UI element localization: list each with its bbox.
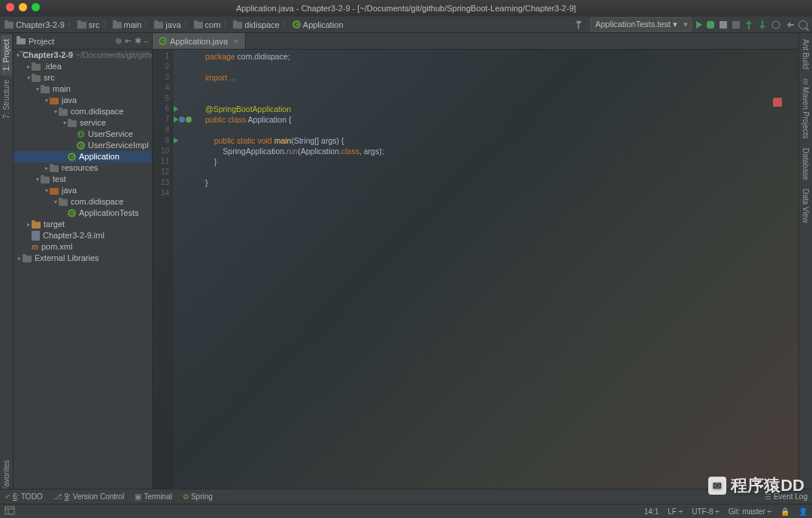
- tree-row[interactable]: mpom.xml: [14, 241, 152, 253]
- run-gutter-icon[interactable]: [174, 138, 178, 144]
- tree-row[interactable]: ▾java: [14, 95, 152, 106]
- tree-row[interactable]: IUserService: [14, 129, 152, 140]
- vcs-commit-button[interactable]: [758, 20, 767, 29]
- breadcrumb-item[interactable]: CApplication: [292, 20, 344, 29]
- project-tree[interactable]: ▾Chapter3-2-9~/Documents/git/github▸.ide…: [14, 50, 152, 504]
- tree-row[interactable]: ▸resources: [14, 162, 152, 174]
- watermark: ✉ 程序猿DD: [708, 474, 804, 497]
- svg-rect-1: [732, 21, 740, 29]
- todo-tool-tab[interactable]: ✔6: TODO: [5, 492, 43, 501]
- icon-gutter[interactable]: [174, 50, 202, 504]
- folder-icon: [32, 64, 41, 71]
- tree-row[interactable]: ▸External Libraries: [14, 253, 152, 264]
- folder-icon: [233, 22, 242, 29]
- breadcrumb[interactable]: Chapter3-2-9〉src〉main〉java〉com〉didispace…: [5, 20, 344, 29]
- breadcrumb-item[interactable]: src: [77, 20, 100, 29]
- debug-button[interactable]: [707, 21, 714, 29]
- version-control-tool-tab[interactable]: ⎇9: Version Control: [53, 492, 125, 501]
- folder-icon: [154, 22, 163, 29]
- svg-rect-4: [17, 36, 20, 38]
- code-editor[interactable]: 1234567891011121314 package com.didispac…: [153, 50, 798, 504]
- run-gutter-icon[interactable]: [174, 106, 178, 112]
- settings-icon[interactable]: ✱: [135, 36, 141, 46]
- maven-icon: m: [32, 241, 38, 253]
- tree-row[interactable]: ▸target: [14, 219, 152, 230]
- tree-row[interactable]: CUserServiceImpl: [14, 140, 152, 151]
- interface-icon: I: [77, 130, 85, 138]
- run-gutter-icon[interactable]: [174, 117, 178, 123]
- spring-tool-tab[interactable]: ✿Spring: [183, 492, 213, 501]
- java-folder-icon: [50, 188, 59, 195]
- breadcrumb-item[interactable]: java: [154, 20, 180, 29]
- tree-row[interactable]: ▾test: [14, 174, 152, 185]
- hide-icon[interactable]: −: [144, 37, 149, 46]
- tree-row[interactable]: ▾com.didispace: [14, 196, 152, 208]
- file-encoding[interactable]: UTF-8 ÷: [692, 507, 720, 516]
- tree-row[interactable]: CApplicationTests: [14, 208, 152, 219]
- error-stripe-marker[interactable]: [773, 98, 782, 107]
- tree-row[interactable]: Chapter3-2-9.iml: [14, 230, 152, 241]
- lock-icon[interactable]: 🔒: [780, 507, 789, 516]
- coverage-button[interactable]: [719, 20, 728, 29]
- folder-icon: [68, 120, 77, 127]
- file-icon: [32, 231, 40, 241]
- project-tool-window: Project ⊕ ⇤ ✱ − ▾Chapter3-2-9~/Documents…: [14, 33, 153, 504]
- folder-icon: [41, 177, 50, 183]
- line-separator[interactable]: LF ÷: [668, 507, 683, 516]
- maximize-window-button[interactable]: [32, 3, 40, 11]
- run-button[interactable]: [696, 21, 702, 29]
- stop-button[interactable]: [732, 21, 740, 29]
- folder-icon: [23, 256, 32, 262]
- tree-row[interactable]: ▾service: [14, 117, 152, 129]
- code-content[interactable]: package com.didispace; import ... @Sprin…: [202, 50, 798, 504]
- folder-icon: [59, 109, 68, 116]
- cursor-position[interactable]: 14:1: [644, 507, 659, 516]
- collapse-all-icon[interactable]: ⇤: [125, 36, 132, 46]
- close-window-button[interactable]: [6, 3, 14, 11]
- structure-tool-tab[interactable]: 7: Structure: [1, 75, 12, 123]
- minimize-window-button[interactable]: [19, 3, 27, 11]
- search-everywhere-button[interactable]: [798, 20, 807, 29]
- tree-row[interactable]: ▾com.didispace: [14, 106, 152, 117]
- project-tool-title: Project: [29, 37, 112, 46]
- editor-tab-application[interactable]: C Application.java ×: [153, 33, 246, 49]
- breadcrumb-item[interactable]: didispace: [233, 20, 279, 29]
- breadcrumb-item[interactable]: com: [194, 20, 221, 29]
- tool-windows-icon[interactable]: [5, 506, 15, 516]
- breadcrumb-item[interactable]: main: [113, 20, 142, 29]
- breadcrumb-item[interactable]: Chapter3-2-9: [5, 20, 65, 29]
- tree-row[interactable]: ▾Chapter3-2-9~/Documents/git/github: [14, 50, 152, 61]
- build-button[interactable]: [575, 20, 586, 30]
- run-config-dropdown[interactable]: ApplicationTests.test ▾: [590, 17, 692, 32]
- class-icon: C: [292, 20, 301, 29]
- tree-row[interactable]: CApplication: [14, 151, 152, 162]
- editor-area: C Application.java × 1234567891011121314…: [153, 33, 798, 504]
- tree-row[interactable]: ▾java: [14, 185, 152, 196]
- spring-bean-icon[interactable]: [179, 117, 185, 123]
- tree-row[interactable]: ▾main: [14, 83, 152, 95]
- maven-tool-tab[interactable]: m Maven Projects: [800, 74, 811, 144]
- svg-rect-3: [17, 38, 26, 44]
- hector-icon[interactable]: 👤: [798, 507, 807, 516]
- svg-point-2: [772, 21, 780, 29]
- scroll-to-source-icon[interactable]: ⊕: [115, 36, 122, 46]
- wechat-icon: ✉: [708, 477, 726, 495]
- dataview-tool-tab[interactable]: Data View: [800, 184, 811, 227]
- tree-row[interactable]: ▾src: [14, 72, 152, 83]
- ant-build-tool-tab[interactable]: Ant Build: [800, 35, 811, 74]
- project-tool-tab[interactable]: 1: Project: [1, 35, 12, 75]
- window-title: Application.java - Chapter3-2-9 - [~/Doc…: [236, 4, 576, 13]
- vcs-revert-button[interactable]: [785, 20, 794, 29]
- close-tab-icon[interactable]: ×: [234, 37, 238, 46]
- class-icon: C: [68, 209, 76, 217]
- related-icon[interactable]: [186, 117, 192, 123]
- git-branch[interactable]: Git: master ÷: [729, 507, 771, 516]
- vcs-history-button[interactable]: [771, 20, 780, 29]
- terminal-tool-tab[interactable]: ▣Terminal: [135, 492, 172, 501]
- tree-row[interactable]: ▸.idea: [14, 61, 152, 72]
- folder-icon: [113, 22, 122, 29]
- database-tool-tab[interactable]: Database: [800, 144, 811, 185]
- svg-rect-0: [720, 21, 727, 29]
- folder-icon: [59, 199, 68, 206]
- vcs-update-button[interactable]: [744, 20, 753, 29]
